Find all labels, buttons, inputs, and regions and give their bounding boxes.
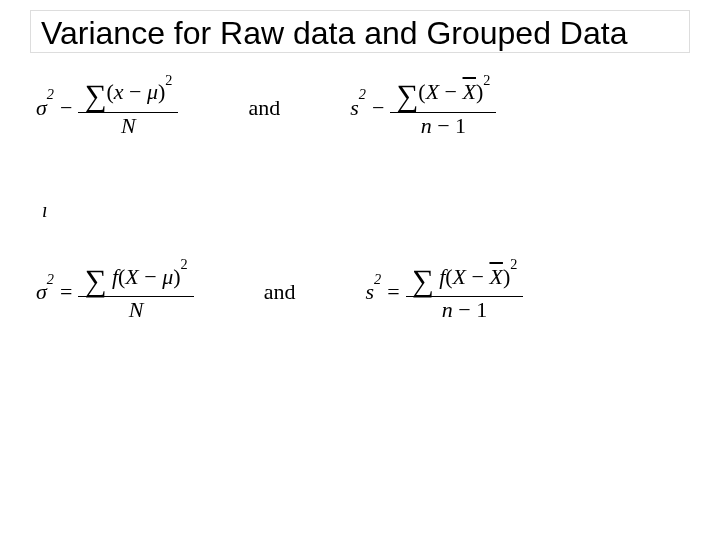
fraction: ∑ f(X − X)2 n − 1 xyxy=(406,262,524,324)
mu-var: μ xyxy=(162,266,173,288)
s-char: s xyxy=(350,95,359,121)
Xbar-var: X xyxy=(463,81,476,103)
s-char: s xyxy=(366,279,375,305)
stray-char: ı xyxy=(42,199,684,222)
sample-variance-grouped: s2 = ∑ f(X − X)2 n − 1 xyxy=(366,262,524,324)
sq-sup: 2 xyxy=(359,86,366,103)
mu-var: μ xyxy=(147,81,158,103)
equals-like-dash: − xyxy=(372,95,384,121)
lparen: ( xyxy=(106,81,113,103)
s-squared-label: s2 xyxy=(350,95,366,121)
sum-sign: ∑ xyxy=(412,266,434,297)
slide-title: Variance for Raw data and Grouped Data xyxy=(41,15,679,52)
n-var: n xyxy=(421,113,432,138)
raw-data-row: σ2 − ∑(x − μ)2 N and s2 − xyxy=(36,77,684,139)
minus: − xyxy=(144,266,156,288)
lparen: ( xyxy=(418,81,425,103)
X-var: X xyxy=(453,266,466,288)
sq-sup: 2 xyxy=(483,73,490,87)
sum-sign: ∑ xyxy=(396,81,418,112)
paren-group: (X − μ)2 xyxy=(118,266,188,288)
sq-sup: 2 xyxy=(374,271,381,288)
equals-like-dash: − xyxy=(60,95,72,121)
X-var: X xyxy=(426,81,439,103)
denominator-nminus1: n − 1 xyxy=(415,113,472,139)
sq-sup: 2 xyxy=(510,257,517,271)
sq-sup: 2 xyxy=(47,271,54,288)
rparen: ) xyxy=(158,81,165,103)
rparen: ) xyxy=(173,266,180,288)
sigma-squared-label: σ2 xyxy=(36,279,54,305)
numerator: ∑ f(X − μ)2 xyxy=(78,262,193,297)
fraction: ∑(X − X)2 n − 1 xyxy=(390,77,496,139)
minus-one: − 1 xyxy=(458,297,487,322)
rparen: ) xyxy=(503,266,510,288)
x-var: x xyxy=(114,81,124,103)
paren-group: (X − X)2 xyxy=(445,266,517,288)
formula-area: σ2 − ∑(x − μ)2 N and s2 − xyxy=(30,77,690,324)
and-text: and xyxy=(238,95,290,121)
fraction: ∑ f(X − μ)2 N xyxy=(78,262,193,324)
and-text: and xyxy=(254,279,306,305)
numerator: ∑(x − μ)2 xyxy=(78,77,178,112)
sigma-squared-label: σ2 xyxy=(36,95,54,121)
population-variance-grouped: σ2 = ∑ f(X − μ)2 N xyxy=(36,262,194,324)
denominator-N: N xyxy=(115,113,142,139)
equals: = xyxy=(387,279,399,305)
sigma-char: σ xyxy=(36,279,47,305)
equals: = xyxy=(60,279,72,305)
sq-sup: 2 xyxy=(165,73,172,87)
sigma-char: σ xyxy=(36,95,47,121)
sum-sign: ∑ xyxy=(84,81,106,112)
denominator-N: N xyxy=(123,297,150,323)
numerator: ∑ f(X − X)2 xyxy=(406,262,524,297)
numerator: ∑(X − X)2 xyxy=(390,77,496,112)
slide: Variance for Raw data and Grouped Data σ… xyxy=(0,0,720,540)
title-container: Variance for Raw data and Grouped Data xyxy=(30,10,690,53)
minus: − xyxy=(472,266,484,288)
minus: − xyxy=(445,81,457,103)
paren-group: (x − μ)2 xyxy=(106,81,172,103)
X-var: X xyxy=(125,266,138,288)
minus-one: − 1 xyxy=(437,113,466,138)
sq-sup: 2 xyxy=(47,86,54,103)
lparen: ( xyxy=(445,266,452,288)
paren-group: (X − X)2 xyxy=(418,81,490,103)
grouped-data-row: σ2 = ∑ f(X − μ)2 N and s2 = xyxy=(36,262,684,324)
n-var: n xyxy=(442,297,453,322)
sample-variance-raw: s2 − ∑(X − X)2 n − 1 xyxy=(350,77,496,139)
s-squared-label: s2 xyxy=(366,279,382,305)
rparen: ) xyxy=(476,81,483,103)
denominator-nminus1: n − 1 xyxy=(436,297,493,323)
minus: − xyxy=(129,81,141,103)
fraction: ∑(x − μ)2 N xyxy=(78,77,178,139)
sum-sign: ∑ xyxy=(84,266,106,297)
sq-sup: 2 xyxy=(181,257,188,271)
population-variance-raw: σ2 − ∑(x − μ)2 N xyxy=(36,77,178,139)
Xbar-var: X xyxy=(489,266,502,288)
